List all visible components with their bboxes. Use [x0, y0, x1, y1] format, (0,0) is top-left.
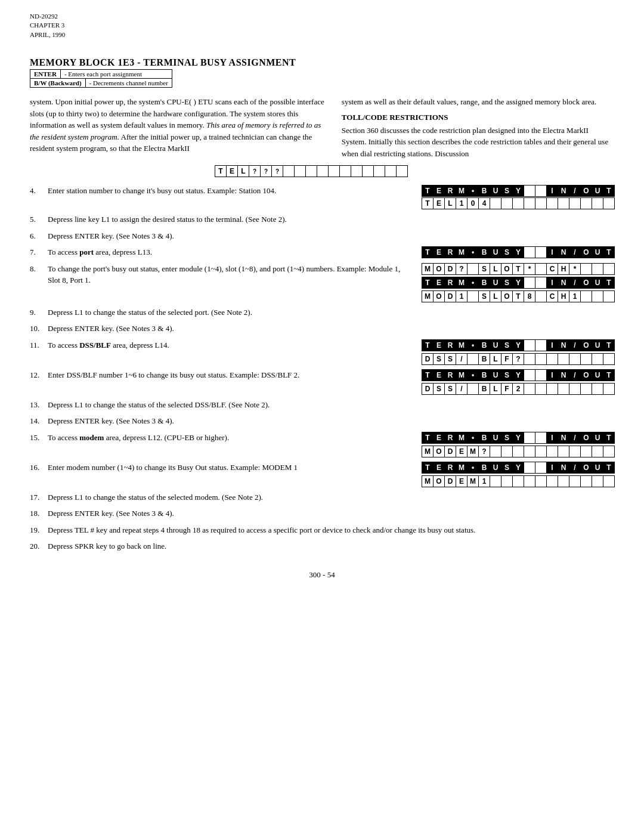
step-12: 12. Enter DSS/BLF number 1~6 to change i…	[30, 369, 614, 394]
step-10: 10. Depress ENTER key. (See Notes 3 & 4)…	[30, 323, 614, 335]
step-19: 19. Depress TEL # key and repeat steps 4…	[30, 524, 614, 536]
step-4: 4. Enter station number to change it's b…	[30, 185, 614, 209]
step-15: 15. To access modem area, depress L12. (…	[30, 432, 614, 457]
right-column: system as well as their default values, …	[342, 96, 614, 163]
step-9: 9. Depress L1 to change the status of th…	[30, 307, 614, 318]
step-11: 11. To access DSS/BLF area, depress L14.…	[30, 339, 614, 364]
display-row-initial: TEL???	[215, 165, 407, 177]
step-16: 16. Enter modem number (1~4) to change i…	[30, 462, 614, 487]
step-13: 13. Depress L1 to change the status of t…	[30, 399, 614, 411]
step-5: 5. Depress line key L1 to assign the des…	[30, 214, 614, 225]
left-column: system. Upon initial power up, the syste…	[30, 96, 330, 163]
step-20: 20. Depress SPKR key to go back on line.	[30, 540, 614, 552]
page-title: MEMORY BLOCK 1E3 - TERMINAL BUSY ASSIGNM…	[30, 57, 614, 68]
steps-list: 4. Enter station number to change it's b…	[30, 185, 614, 552]
legend-box: ENTER - Enters each port assignment B/W …	[30, 69, 172, 88]
step-17: 17. Depress L1 to change the status of t…	[30, 491, 614, 503]
step-18: 18. Depress ENTER key. (See Notes 3 & 4)…	[30, 508, 614, 520]
step-14: 14. Depress ENTER key. (See Notes 3 & 4)…	[30, 415, 614, 427]
step-7: 7. To access port area, depress L13. TER…	[30, 246, 614, 258]
step-8: 8. To change the port's busy out status,…	[30, 263, 614, 302]
step-6: 6. Depress ENTER key. (See Notes 3 & 4).	[30, 230, 614, 242]
page-footer: 300 - 54	[30, 570, 614, 580]
doc-header: ND-20292 CHAPTER 3 APRIL, 1990	[30, 12, 614, 39]
